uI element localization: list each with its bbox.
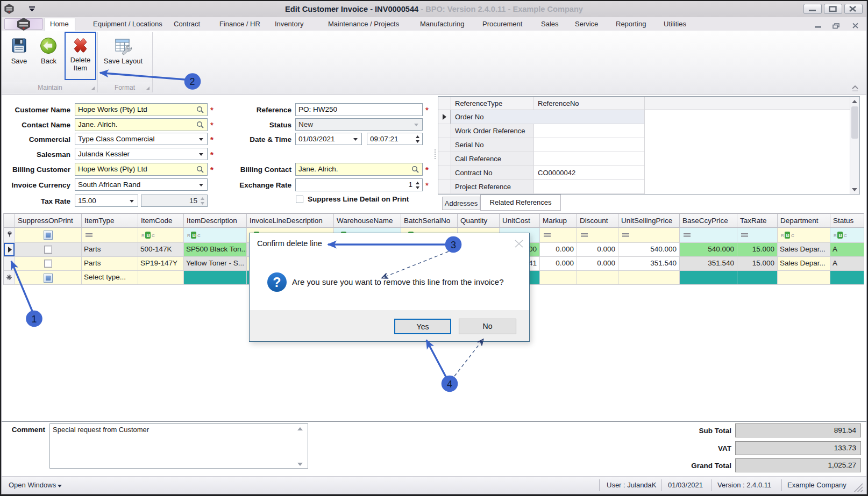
svg-text:2: 2 [189, 76, 195, 87]
svg-text:4: 4 [447, 379, 452, 390]
svg-text:3: 3 [451, 240, 456, 250]
svg-text:1: 1 [31, 314, 37, 325]
